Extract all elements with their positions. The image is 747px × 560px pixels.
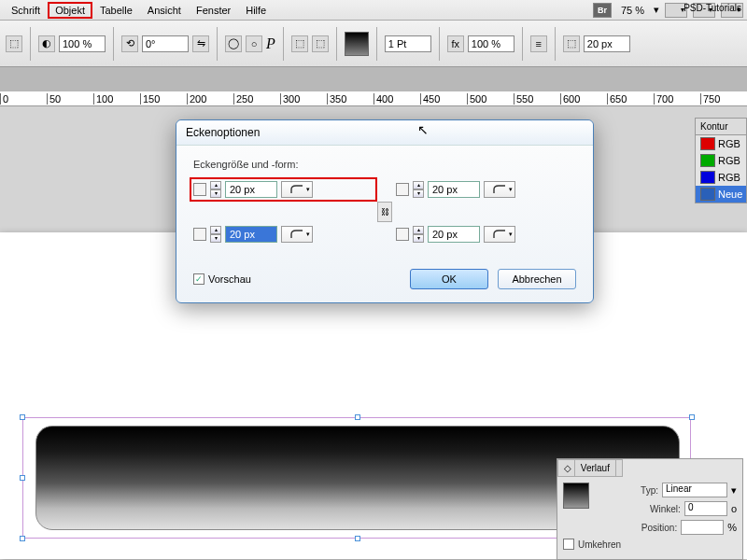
spin-up[interactable]: ▴ xyxy=(210,226,221,234)
corner-bl: ▴▾ xyxy=(193,226,374,243)
ruler-tick: 350 xyxy=(327,93,346,105)
opacity2-field[interactable]: 100 % xyxy=(468,35,514,52)
corner-shape-dropdown[interactable] xyxy=(281,226,313,243)
ruler-tick: 300 xyxy=(280,93,300,105)
wrap2-icon[interactable]: ⬚ xyxy=(312,35,329,52)
spin-up[interactable]: ▴ xyxy=(413,181,424,189)
position-input[interactable] xyxy=(681,520,724,535)
selection-handle[interactable] xyxy=(355,536,360,541)
position-label: Position: xyxy=(641,523,677,533)
menu-hilfe[interactable]: Hilfe xyxy=(238,2,274,19)
ellipse-icon[interactable]: ◯ xyxy=(225,35,242,52)
corner-size-input[interactable] xyxy=(428,226,480,243)
corner-pos-icon xyxy=(396,228,409,241)
ruler-tick: 450 xyxy=(420,93,440,105)
menu-bar: Schrift Objekt Tabelle Ansicht Fenster H… xyxy=(0,0,747,21)
kontur-tab[interactable]: Kontur xyxy=(695,118,747,135)
preview-label: Vorschau xyxy=(208,273,251,285)
corner-size-input[interactable] xyxy=(428,181,480,198)
flip-h-icon[interactable]: ⇋ xyxy=(192,35,209,52)
preview-checkbox[interactable]: ✓ Vorschau xyxy=(193,273,251,285)
corner-size-input[interactable] xyxy=(225,226,277,243)
cancel-button[interactable]: Abbrechen xyxy=(498,269,576,289)
ruler-tick: 150 xyxy=(140,93,160,105)
spin-down[interactable]: ▾ xyxy=(210,189,221,198)
corner-field[interactable]: 20 px xyxy=(584,35,630,52)
ruler-tick: 550 xyxy=(514,93,533,105)
swatch-label: RGB xyxy=(718,138,740,149)
selection-handle[interactable] xyxy=(689,414,695,420)
corner-shape-dropdown[interactable] xyxy=(484,226,515,243)
color-swatch xyxy=(700,171,715,184)
angle-label: Winkel: xyxy=(650,504,681,514)
selection-handle[interactable] xyxy=(20,536,25,541)
menu-tabelle[interactable]: Tabelle xyxy=(92,2,140,19)
menu-schrift[interactable]: Schrift xyxy=(4,2,48,19)
menu-fenster[interactable]: Fenster xyxy=(189,2,238,19)
angle-field[interactable]: 0° xyxy=(142,35,189,52)
selection-handle[interactable] xyxy=(20,414,25,420)
link-corners-icon[interactable]: ⛓ xyxy=(377,202,392,222)
corner-size-input[interactable] xyxy=(225,181,277,198)
color-swatch xyxy=(700,137,715,150)
align-icon[interactable]: ≡ xyxy=(530,35,547,52)
corner-icon[interactable]: ⬚ xyxy=(563,35,580,52)
ruler-tick: 650 xyxy=(607,93,627,105)
control-toolbar: ⬚ ◐ 100 % ⟲ 0° ⇋ ◯ ○ P ⬚ ⬚ 1 Pt fx 100 %… xyxy=(0,21,747,67)
spin-up[interactable]: ▴ xyxy=(413,226,424,234)
ruler-tick: 700 xyxy=(654,93,673,105)
ruler-tick: 600 xyxy=(560,93,580,105)
swatch-row[interactable]: RGB xyxy=(696,135,746,152)
ruler-tick: 100 xyxy=(93,93,113,105)
corner-shape-dropdown[interactable] xyxy=(281,181,313,198)
kontur-panel: Kontur RGBRGBRGBNeue xyxy=(695,118,747,203)
opacity-icon: ◐ xyxy=(38,35,55,52)
spin-down[interactable]: ▾ xyxy=(210,234,221,243)
checkbox-icon: ✓ xyxy=(193,273,204,285)
spin-down[interactable]: ▾ xyxy=(413,234,424,243)
dialog-label: Eckengröße und -form: xyxy=(193,159,576,170)
reverse-checkbox[interactable] xyxy=(563,539,574,550)
corner-options-dialog: Eckenoptionen Eckengröße und -form: ▴▾▴▾… xyxy=(176,119,594,303)
corner-br: ▴▾ xyxy=(396,226,576,243)
swatch-row[interactable]: RGB xyxy=(696,169,746,186)
corner-pos-icon xyxy=(193,183,206,196)
spin-down[interactable]: ▾ xyxy=(413,189,424,198)
type-dropdown[interactable]: Linear xyxy=(662,483,727,497)
swatch-label: RGB xyxy=(718,155,740,166)
swatch-row[interactable]: RGB xyxy=(696,152,746,169)
fill-swatch[interactable] xyxy=(345,32,369,56)
wrap-icon[interactable]: ⬚ xyxy=(291,35,308,52)
corner-tl: ▴▾ xyxy=(190,177,377,202)
corner-pos-icon xyxy=(193,228,206,241)
menu-ansicht[interactable]: Ansicht xyxy=(140,2,189,19)
spin-up[interactable]: ▴ xyxy=(210,181,221,189)
psd-tutorials-label: PSD-Tutorials xyxy=(684,3,741,13)
selection-handle[interactable] xyxy=(355,414,360,420)
menu-objekt[interactable]: Objekt xyxy=(48,2,92,19)
corner-pos-icon xyxy=(396,183,409,196)
swatch-label: RGB xyxy=(718,172,740,183)
stroke-field[interactable]: 1 Pt xyxy=(385,35,431,52)
gradient-swatch[interactable] xyxy=(563,483,589,509)
paragraph-icon[interactable]: P xyxy=(266,35,275,52)
corner-shape-dropdown[interactable] xyxy=(484,181,515,198)
opacity-field[interactable]: 100 % xyxy=(59,35,106,52)
fx-icon[interactable]: fx xyxy=(447,35,464,52)
angle-input[interactable]: 0 xyxy=(684,501,727,516)
verlauf-tab[interactable]: ◇ Verlauf xyxy=(557,459,623,477)
ok-button[interactable]: OK xyxy=(410,269,488,289)
character-icon[interactable]: ⬚ xyxy=(6,35,22,52)
ruler-tick: 750 xyxy=(700,93,720,105)
dialog-title: Eckenoptionen xyxy=(176,120,593,146)
reverse-label: Umkehren xyxy=(578,539,621,550)
circle-icon[interactable]: ○ xyxy=(246,35,262,52)
ruler-tick: 250 xyxy=(233,93,253,105)
bridge-badge[interactable]: Br xyxy=(593,3,612,18)
selection-handle[interactable] xyxy=(20,475,25,481)
position-unit: % xyxy=(727,522,737,533)
angle-unit: o xyxy=(731,503,737,514)
swatch-row[interactable]: Neue xyxy=(696,186,746,203)
zoom-level[interactable]: 75 % xyxy=(617,5,648,16)
horizontal-ruler: 0501001502002503003504004505005506006507… xyxy=(0,91,747,106)
